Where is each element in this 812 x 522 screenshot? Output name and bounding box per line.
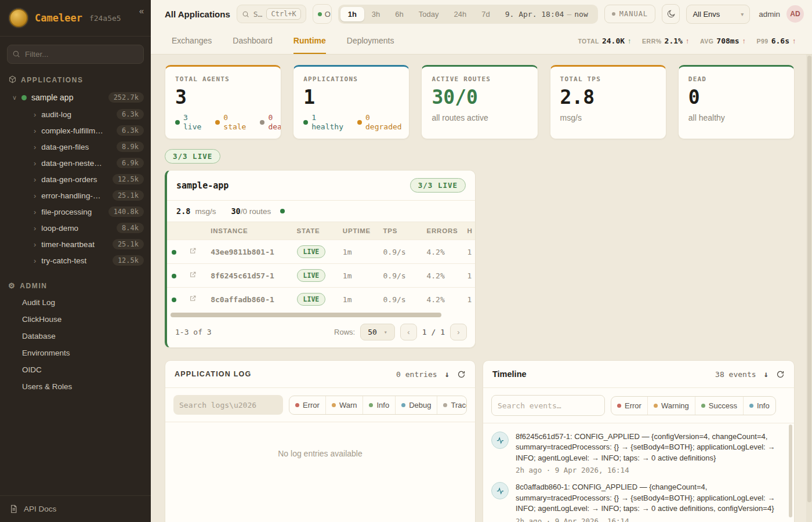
tps-cell: 0.9/s: [379, 240, 422, 264]
time-range-control: 1h 3h 6h Today 24h 7d 9. Apr. 18:04—now: [338, 5, 598, 24]
filter-chip-warning[interactable]: Warning: [647, 397, 695, 415]
global-search[interactable]: S… Ctrl+K: [237, 5, 306, 23]
sidebar-item-loop-demo[interactable]: ›loop-demo8.4k: [0, 220, 151, 236]
range-7d[interactable]: 7d: [474, 7, 497, 21]
refresh-icon[interactable]: [776, 370, 785, 379]
time-range-display[interactable]: 9. Apr. 18:04—now: [498, 10, 596, 19]
range-3h[interactable]: 3h: [364, 7, 387, 21]
level-dot: [332, 403, 336, 407]
tab-deployments[interactable]: Deployments: [347, 28, 394, 54]
tab-exchanges[interactable]: Exchanges: [172, 28, 212, 54]
level-dot: [749, 404, 753, 408]
filter-input[interactable]: [7, 45, 144, 64]
sidebar-item-users-roles[interactable]: Users & Roles: [0, 379, 151, 394]
log-search-input[interactable]: [173, 395, 283, 415]
level-dot: [654, 404, 658, 408]
chip-label: Error: [303, 401, 320, 409]
count-badge: 6.3k: [117, 109, 144, 119]
timeline-search-input[interactable]: [491, 395, 605, 416]
state-badge: LIVE: [297, 293, 326, 306]
range-today[interactable]: Today: [411, 7, 447, 21]
download-icon[interactable]: ↓: [764, 369, 768, 379]
external-link-icon[interactable]: [189, 247, 197, 255]
filter-chip-success[interactable]: Success: [695, 397, 743, 415]
sidebar-item-database[interactable]: Database: [0, 328, 151, 344]
online-dot: [318, 12, 322, 16]
uptime-cell: 1m: [338, 288, 379, 311]
scrollbar-thumb[interactable]: [807, 56, 811, 502]
sidebar-item-sample-app[interactable]: ∨ sample app 252.7k: [0, 89, 151, 106]
sidebar-item-audit-log-admin[interactable]: Audit Log: [0, 295, 151, 310]
timeline-event[interactable]: 8f6245c61d57-1: CONFIG_APPLIED — {config…: [491, 432, 784, 474]
external-link-icon[interactable]: [189, 295, 197, 302]
live-badge: 3/3 LIVE: [410, 178, 466, 193]
count-badge: 25.1k: [113, 190, 144, 201]
column-tps: TPS: [379, 222, 422, 240]
timeline-scrollbar[interactable]: [789, 425, 792, 517]
chevron-right-icon: ›: [34, 110, 36, 119]
range-6h[interactable]: 6h: [387, 7, 411, 21]
sidebar-item-clickhouse[interactable]: ClickHouse: [0, 311, 151, 327]
card-value: 3: [175, 86, 271, 108]
sidebar-item-complex-fulfillment[interactable]: ›complex-fulfillm…6.3k: [0, 122, 151, 139]
breakdown-label: live: [183, 122, 201, 132]
connection-status-chip[interactable]: O: [313, 4, 332, 24]
download-icon[interactable]: ↓: [445, 369, 449, 379]
scrollbar-thumb[interactable]: [171, 313, 441, 317]
tab-dashboard[interactable]: Dashboard: [233, 28, 273, 54]
sidebar-item-try-catch-test[interactable]: ›try-catch-test12.5k: [0, 252, 151, 269]
sidebar-item-error-handling[interactable]: ›error-handling-…25.1k: [0, 187, 151, 204]
time-separator: —: [564, 10, 574, 19]
filter-chip-warn[interactable]: Warn: [325, 396, 363, 414]
refresh-icon[interactable]: [457, 370, 466, 379]
api-docs-link[interactable]: API Docs: [0, 495, 151, 522]
sidebar-item-data-gen-orders[interactable]: ›data-gen-orders12.5k: [0, 171, 151, 187]
filter-chip-trace[interactable]: Trace: [437, 396, 467, 414]
filter-chip-error[interactable]: Error: [611, 397, 647, 415]
chip-label: Error: [625, 401, 641, 410]
card-active-routes: ACTIVE ROUTES 30/0 all routes active: [421, 65, 538, 139]
tab-runtime[interactable]: Runtime: [293, 28, 326, 54]
sidebar-item-data-gen-nested[interactable]: ›data-gen-neste…6.9k: [0, 155, 151, 171]
sidebar-item-data-gen-files[interactable]: ›data-gen-files8.9k: [0, 139, 151, 155]
breakdown-value: 0: [223, 113, 246, 122]
page-scrollbar[interactable]: [806, 55, 812, 522]
trend-up-icon: ↑: [742, 37, 746, 45]
table-row[interactable]: 8f6245c61d57-1 LIVE 1m 0.9/s 4.2% 1: [167, 264, 475, 288]
count-badge: 252.7k: [108, 92, 144, 103]
card-subtitle: all healthy: [688, 113, 784, 122]
rows-per-page-select[interactable]: 50▾: [360, 324, 395, 340]
sample-app-header: sample-app 3/3 LIVE: [167, 171, 475, 201]
sidebar-item-environments[interactable]: Environments: [0, 345, 151, 361]
external-link-icon[interactable]: [189, 271, 197, 278]
metric-value: 24.0K: [602, 37, 625, 45]
user-name: admin: [759, 10, 780, 19]
collapse-sidebar-icon[interactable]: «: [139, 6, 144, 16]
timeline-event[interactable]: 8c0affadb860-1: CONFIG_APPLIED — {change…: [491, 482, 784, 522]
topbar: All Applications S… Ctrl+K O 1h 3h 6h To…: [151, 0, 812, 28]
filter-chip-info[interactable]: Info: [362, 396, 395, 414]
card-value: 0: [688, 86, 784, 108]
log-panel-header: APPLICATION LOG 0 entries ↓: [165, 361, 475, 388]
environment-value: All Envs: [693, 10, 720, 19]
sidebar-item-timer-heartbeat[interactable]: ›timer-heartbeat25.1k: [0, 236, 151, 252]
range-1h[interactable]: 1h: [340, 7, 364, 21]
theme-toggle-button[interactable]: [662, 4, 680, 24]
next-page-button[interactable]: ›: [450, 324, 467, 340]
filter-chip-error[interactable]: Error: [289, 396, 325, 414]
environment-select[interactable]: All Envs ▾: [686, 5, 750, 24]
range-24h[interactable]: 24h: [447, 7, 474, 21]
filter-chip-debug[interactable]: Debug: [395, 396, 437, 414]
page-title: All Applications: [165, 9, 230, 19]
prev-page-button[interactable]: ‹: [400, 324, 417, 340]
filter-chip-info[interactable]: Info: [743, 397, 775, 415]
sidebar-item-audit-log[interactable]: ›audit-log6.3k: [0, 106, 151, 122]
app-stats-row: 2.8 msg/s 30/0 routes: [167, 201, 475, 222]
horizontal-scrollbar[interactable]: [171, 313, 472, 317]
avatar[interactable]: AD: [786, 5, 804, 23]
refresh-mode-button[interactable]: MANUAL: [604, 5, 655, 23]
table-row[interactable]: 8c0affadb860-1 LIVE 1m 0.9/s 4.2% 1: [167, 288, 475, 311]
sidebar-item-file-processing[interactable]: ›file-processing140.8k: [0, 204, 151, 220]
sidebar-item-oidc[interactable]: OIDC: [0, 362, 151, 378]
table-row[interactable]: 43ee9811b801-1 LIVE 1m 0.9/s 4.2% 1: [167, 240, 475, 264]
